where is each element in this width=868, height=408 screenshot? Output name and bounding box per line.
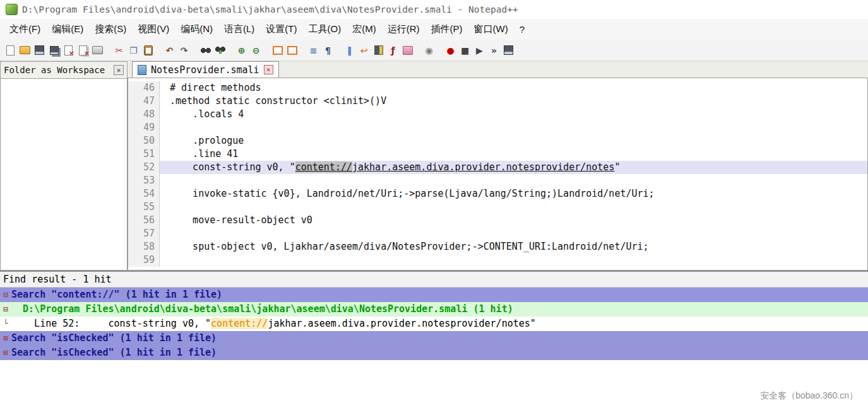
function-list-icon[interactable]: ƒ — [386, 44, 400, 56]
toolbar: ✂❐↶↷⊕⊖≡¶‖↩ƒ◉●■▶» — [0, 40, 868, 61]
copy-icon[interactable]: ❐ — [127, 44, 140, 56]
file-icon — [138, 65, 146, 75]
find-result-text: Search "content://" (1 hit in 1 file) — [11, 288, 868, 302]
print-icon[interactable] — [91, 44, 104, 56]
close-doc-icon[interactable] — [62, 44, 75, 56]
main-area: Folder as Workspace × NotesProvider.smal… — [0, 61, 868, 271]
indent-guide-icon[interactable]: ‖ — [343, 44, 356, 56]
editor-line-51[interactable]: 51 .line 41 — [128, 148, 867, 161]
collapse-icon[interactable]: ⊟ — [0, 288, 11, 302]
play-macro-icon[interactable]: ▶ — [473, 44, 486, 56]
line-number: 57 — [128, 227, 160, 240]
editor-line-54[interactable]: 54 invoke-static {v0}, Landroid/net/Uri;… — [128, 187, 867, 201]
menu-item-10[interactable]: 插件(P) — [425, 20, 468, 38]
window-title: D:\Program Files\android\diva-beta\smali… — [22, 4, 518, 15]
doc-map-icon[interactable] — [372, 44, 385, 56]
matched-text: content:// — [211, 318, 268, 329]
word-wrap-icon[interactable]: ↩ — [357, 44, 371, 56]
undo-icon[interactable]: ↶ — [163, 44, 176, 56]
line-number: 58 — [128, 240, 160, 254]
workspace-panel-body[interactable] — [0, 79, 128, 271]
menu-item-1[interactable]: 编辑(E) — [46, 20, 89, 38]
editor-line-50[interactable]: 50 .prologue — [128, 134, 867, 148]
find-replace-icon[interactable] — [213, 44, 227, 56]
cut-icon[interactable]: ✂ — [112, 44, 126, 56]
line-text: .locals 4 — [160, 108, 867, 121]
tab-label: NotesProvider.smali — [151, 64, 259, 76]
line-number: 51 — [128, 148, 160, 161]
line-number: 54 — [128, 187, 160, 201]
editor-line-55[interactable]: 55 — [128, 201, 867, 214]
expand-icon[interactable]: ⊞ — [0, 346, 11, 360]
find-result-row-file-1[interactable]: ⊟ D:\Program Files\android\diva-beta\sma… — [0, 302, 868, 317]
find-result-row-search-0[interactable]: ⊟Search "content://" (1 hit in 1 file) — [0, 288, 868, 302]
tab-close-icon[interactable]: × — [264, 65, 273, 74]
redo-icon[interactable]: ↷ — [177, 44, 191, 56]
tab-notesprovider-smali[interactable]: NotesProvider.smali × — [132, 61, 279, 78]
show-all-chars-icon[interactable]: ¶ — [321, 44, 335, 56]
find-result-text: Line 52: const-string v0, "content://jak… — [11, 317, 868, 331]
line-text: invoke-static {v0}, Landroid/net/Uri;->p… — [160, 187, 867, 201]
menu-item-11[interactable]: 窗口(W) — [468, 20, 513, 38]
save-macro-icon[interactable] — [502, 44, 515, 56]
editor-line-56[interactable]: 56 move-result-object v0 — [128, 214, 867, 227]
line-text — [160, 174, 867, 187]
stop-macro-icon[interactable]: ■ — [458, 44, 472, 56]
new-file-icon[interactable] — [4, 44, 17, 56]
editor-line-59[interactable]: 59 — [128, 254, 867, 267]
line-number: 59 — [128, 254, 160, 267]
editor-line-46[interactable]: 46# direct methods — [128, 81, 867, 95]
titlebar: D:\Program Files\android\diva-beta\smali… — [0, 0, 868, 19]
record-macro-icon[interactable]: ● — [444, 44, 457, 56]
line-number: 50 — [128, 134, 160, 148]
zoom-out-icon[interactable]: ⊖ — [249, 44, 263, 56]
find-result-row-search-3[interactable]: ⊞Search "isChecked" (1 hit in 1 file) — [0, 331, 868, 346]
folder-workspace-icon[interactable] — [401, 44, 414, 56]
line-text: .prologue — [160, 134, 867, 148]
menu-item-12[interactable]: ? — [514, 21, 530, 38]
find-icon[interactable] — [199, 44, 212, 56]
watermark: 安全客（bobao.360.cn） — [760, 390, 858, 402]
run-macro-multiple-icon[interactable]: » — [487, 44, 501, 56]
menu-item-4[interactable]: 编码(N) — [175, 20, 218, 38]
editor-line-53[interactable]: 53 — [128, 174, 867, 187]
line-text: move-result-object v0 — [160, 214, 867, 227]
editor-line-48[interactable]: 48 .locals 4 — [128, 108, 867, 121]
code-editor[interactable]: 46# direct methods47.method static const… — [128, 78, 868, 271]
zoom-in-icon[interactable]: ⊕ — [235, 44, 248, 56]
expand-icon[interactable]: ⊞ — [0, 331, 11, 346]
menu-item-2[interactable]: 搜索(S) — [89, 20, 132, 38]
doc-monitor-icon[interactable]: ◉ — [422, 44, 436, 56]
notepadpp-icon — [6, 4, 18, 15]
editor-line-47[interactable]: 47.method static constructor <clinit>()V — [128, 95, 867, 108]
save-all-icon[interactable] — [47, 44, 61, 56]
menu-item-9[interactable]: 运行(R) — [382, 20, 425, 38]
menu-item-7[interactable]: 工具(O) — [302, 20, 347, 38]
line-number: 47 — [128, 95, 160, 108]
menu-item-6[interactable]: 设置(T) — [260, 20, 302, 38]
workspace-close-icon[interactable]: × — [114, 65, 124, 75]
find-result-row-search-4[interactable]: ⊞Search "isChecked" (1 hit in 1 file) — [0, 346, 868, 360]
menu-item-5[interactable]: 语言(L) — [218, 20, 260, 38]
line-number: 56 — [128, 214, 160, 227]
editor-line-57[interactable]: 57 — [128, 227, 867, 240]
window-clone-icon[interactable] — [285, 44, 299, 56]
sort-lines-icon[interactable]: ≡ — [307, 44, 320, 56]
save-icon[interactable] — [33, 44, 46, 56]
editor-line-52[interactable]: 52 const-string v0, "content://jakhar.as… — [128, 161, 867, 174]
find-result-header: Find result - 1 hit — [0, 272, 868, 288]
find-result-row-line-2[interactable]: └ Line 52: const-string v0, "content://j… — [0, 317, 868, 331]
paste-icon[interactable] — [141, 44, 155, 56]
editor-line-58[interactable]: 58 sput-object v0, Ljakhar/aseem/diva/No… — [128, 240, 867, 254]
menu-item-3[interactable]: 视图(V) — [132, 20, 175, 38]
menu-item-8[interactable]: 宏(M) — [347, 20, 382, 38]
menubar: 文件(F)编辑(E)搜索(S)视图(V)编码(N)语言(L)设置(T)工具(O)… — [0, 19, 868, 40]
find-result-text: D:\Program Files\android\diva-beta\smali… — [11, 302, 868, 317]
menu-item-0[interactable]: 文件(F) — [4, 20, 46, 38]
find-result-text: Search "isChecked" (1 hit in 1 file) — [11, 331, 868, 346]
close-all-docs-icon[interactable] — [76, 44, 90, 56]
editor-line-49[interactable]: 49 — [128, 121, 867, 134]
collapse-icon[interactable]: ⊟ — [0, 302, 11, 317]
window-split-icon[interactable] — [271, 44, 284, 56]
open-folder-icon[interactable] — [18, 44, 32, 56]
